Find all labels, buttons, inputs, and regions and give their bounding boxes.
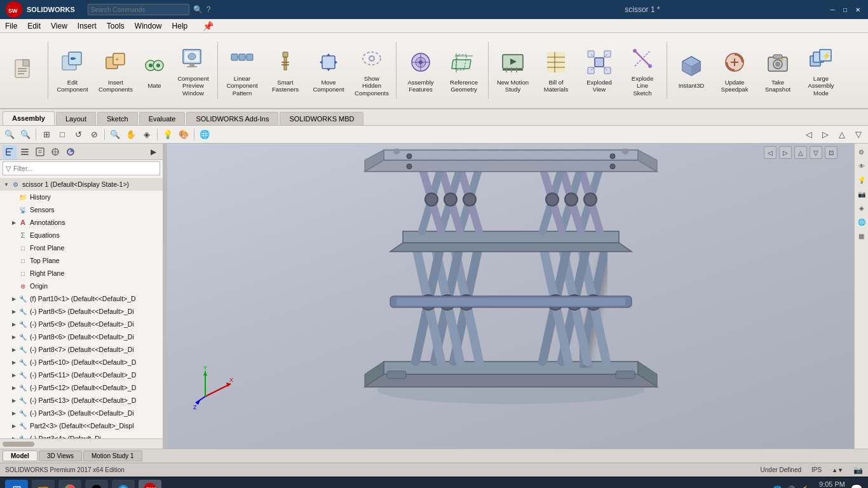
instant3d-button[interactable]: Instant3D [670,36,712,105]
ft-part2-3[interactable]: ▶ 🔧 Part2<3> (Default<<Default>_Displ [0,419,163,432]
vp-cube-icon[interactable]: ⊡ [825,146,837,159]
vp-expand-up[interactable]: △ [794,146,807,159]
ft-sensors[interactable]: 📡 Sensors [0,203,163,216]
taskbar-clock[interactable]: 9:05 PM 3/16/2021 [814,480,845,488]
ft-part10[interactable]: ▶ 🔧 (f) Part10<1> (Default<<Default>_D [0,292,163,305]
ft-fp-exp[interactable] [10,244,18,252]
ft-part3-3-exp[interactable]: ▶ [10,409,18,417]
ft-root[interactable]: ▼ ⚙ scissor 1 (Default<Display State-1>) [0,178,163,191]
view-search-icon[interactable]: 🔍 [3,128,17,142]
view-orient-icon[interactable]: ⊞ [39,128,53,142]
vp-expand-down[interactable]: ▽ [810,146,822,159]
expand-right-icon[interactable]: ▷ [818,128,832,142]
ft-origin[interactable]: ⊕ Origin [0,280,163,292]
expand-left-icon[interactable]: ◁ [802,128,816,142]
ft-part5-10[interactable]: ▶ 🔧 (-) Part5<10> (Default<<Default>_D [0,356,163,369]
taskbar-chrome[interactable] [58,480,81,489]
bottom-tab-3dviews[interactable]: 3D Views [39,451,82,461]
viewport-3d[interactable]: X Y Z ◁ ▷ △ ▽ ⊡ [167,144,854,449]
start-button[interactable]: ⊞ [5,480,28,489]
bottom-tab-motion-study[interactable]: Motion Study 1 [83,451,142,461]
ft-part5-11-exp[interactable]: ▶ [10,371,18,379]
ft-equations-exp[interactable] [10,231,18,239]
taskbar-solidworks[interactable]: SW [139,480,161,489]
ft-part5-11[interactable]: ▶ 🔧 (-) Part5<11> (Default<<Default>_D [0,369,163,381]
component-preview-button[interactable]: ComponentPreviewWindow [172,36,214,105]
ft-annotations-exp[interactable]: ▶ [10,219,18,226]
rp-light-icon[interactable]: 💡 [856,174,867,186]
ft-part5-9-exp[interactable]: ▶ [10,320,18,328]
insert-components-button[interactable]: + InsertComponents [95,36,137,105]
tray-volume-icon[interactable]: 🔊 [786,485,796,489]
ft-part3-3[interactable]: ▶ 🔧 (-) Part3<3> (Default<<Default>_Di [0,407,163,419]
ft-sensors-exp[interactable] [10,206,18,214]
status-arrow-icon[interactable]: ▲▼ [832,467,843,473]
rp-texture-icon[interactable]: ▦ [856,230,867,241]
view-rotate-icon[interactable]: ↺ [71,128,85,142]
ft-part5-13[interactable]: ▶ 🔧 (-) Part5<13> (Default<<Default>_D [0,394,163,407]
new-document-button[interactable] [3,36,44,105]
view-3d-icon[interactable]: ◈ [140,128,154,142]
tab-sketch[interactable]: Sketch [97,112,138,125]
view-lighting-icon[interactable]: 💡 [161,128,175,142]
linear-pattern-button[interactable]: LinearComponentPattern [221,36,263,105]
reference-geometry-button[interactable]: ReferenceGeometry [443,36,485,105]
menu-edit[interactable]: Edit [22,20,46,32]
move-component-button[interactable]: MoveComponent [308,36,349,105]
ft-part5-13-exp[interactable]: ▶ [10,396,18,404]
new-motion-study-button[interactable]: New MotionStudy [492,36,534,105]
large-assembly-button[interactable]: ⚡ LargeAssemblyMode [800,36,842,105]
ft-annotations[interactable]: ▶ A Annotations [0,216,163,229]
ft-icon-crosshair[interactable] [48,145,62,159]
rp-scene-icon[interactable]: 🌐 [856,216,867,227]
taskbar-app4[interactable] [112,480,135,489]
search-icon[interactable]: 🔍 [193,5,203,14]
view-pan-icon[interactable]: ✋ [124,128,138,142]
ft-icon-properties[interactable] [33,145,47,159]
update-speedpak-button[interactable]: UpdateSpeedpak [714,36,756,105]
notification-icon[interactable]: 💬 [850,484,863,488]
ft-part8-6-exp[interactable]: ▶ [10,333,18,341]
ft-part8-7[interactable]: ▶ 🔧 (-) Part8<7> (Default<<Default>_Di [0,343,163,356]
vp-expand-left[interactable]: ◁ [764,146,776,159]
ft-icon-pie[interactable] [64,145,78,159]
minimize-button[interactable]: ─ [827,4,837,15]
ft-part8-5-exp[interactable]: ▶ [10,308,18,315]
edit-component-button[interactable]: ✏ EditComponent [51,36,93,105]
ft-rp-exp[interactable] [10,269,18,277]
filter-input[interactable] [13,165,157,172]
exploded-view-button[interactable]: ExplodedView [578,36,620,105]
view-section-icon[interactable]: ⊘ [87,128,101,142]
tray-battery-icon[interactable]: ⚡ [799,485,809,489]
ft-part3-4[interactable]: ▶ 🔧 (-) Part3<4> (Default_Di [0,432,163,438]
ft-part5-12[interactable]: ▶ 🔧 (-) Part5<12> (Default<<Default>_D [0,381,163,394]
ft-scrollbar[interactable] [0,438,163,449]
tray-arrow-icon[interactable]: ▲ [761,485,769,489]
view-search2-icon[interactable]: 🔍 [18,128,32,142]
tab-layout[interactable]: Layout [56,112,96,125]
view-zoom-icon[interactable]: 🔍 [108,128,122,142]
ft-root-expander[interactable]: ▼ [3,180,10,188]
ft-part2-3-exp[interactable]: ▶ [10,422,18,430]
menu-view[interactable]: View [46,20,72,32]
rp-settings-icon[interactable]: ⚙ [856,146,867,158]
tab-solidworks-addins[interactable]: SOLIDWORKS Add-Ins [186,112,278,125]
rp-camera-icon[interactable]: 📷 [856,188,867,200]
menu-insert[interactable]: Insert [72,20,102,32]
vp-expand-right[interactable]: ▷ [779,146,792,159]
tab-assembly[interactable]: Assembly [3,111,55,125]
menu-tools[interactable]: Tools [102,20,130,32]
ft-part8-5[interactable]: ▶ 🔧 (-) Part8<5> (Default<<Default>_Di [0,305,163,318]
smart-fasteners-button[interactable]: SmartFasteners [264,36,306,105]
show-hidden-button[interactable]: ShowHiddenComponents [351,36,393,105]
view-scene-icon[interactable]: 🌐 [198,128,212,142]
status-camera-icon[interactable]: 📷 [853,466,863,475]
explode-line-button[interactable]: ExplodeLineSketch [621,36,663,105]
close-button[interactable]: ✕ [853,4,863,15]
ft-part8-7-exp[interactable]: ▶ [10,346,18,353]
ft-equations[interactable]: Σ Equations [0,229,163,241]
ft-front-plane[interactable]: □ Front Plane [0,241,163,254]
assembly-features-button[interactable]: AssemblyFeatures [400,36,442,105]
menu-help[interactable]: Help [167,20,193,32]
rp-render-icon[interactable]: ◈ [856,202,867,214]
